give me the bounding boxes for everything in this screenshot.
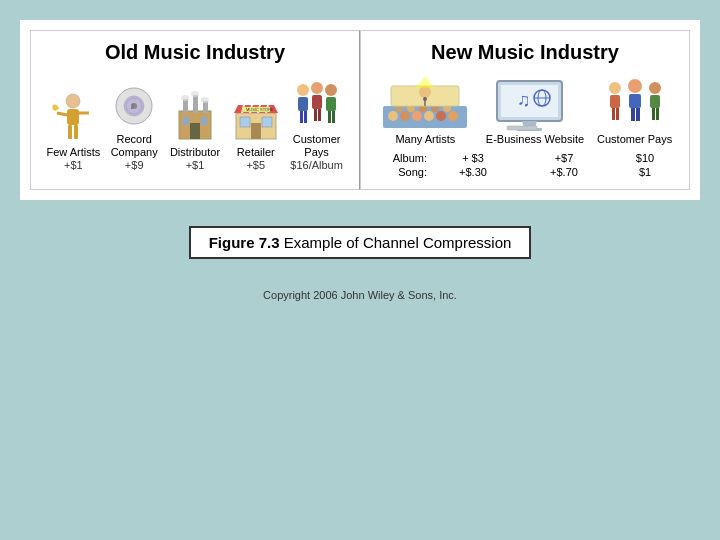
- svg-rect-81: [656, 108, 659, 120]
- svg-rect-34: [300, 111, 303, 123]
- svg-point-20: [201, 97, 209, 103]
- svg-rect-12: [183, 117, 189, 125]
- distributor-value: +$1: [186, 159, 205, 171]
- svg-rect-43: [332, 111, 335, 123]
- svg-point-40: [325, 84, 337, 96]
- caption-text: Example of Channel Compression: [280, 234, 512, 251]
- svg-point-18: [181, 95, 189, 101]
- svg-rect-72: [612, 108, 615, 120]
- few-artists-label: Few Artists: [46, 146, 100, 159]
- retailer-icon: MUSIC STORE: [230, 89, 282, 144]
- svg-rect-42: [328, 111, 331, 123]
- svg-rect-5: [74, 125, 78, 139]
- retailer-value: +$5: [246, 159, 265, 171]
- icon-item-right-customer: Customer Pays: [595, 76, 675, 146]
- svg-marker-58: [415, 76, 435, 88]
- icon-item-few-artists: Few Artists +$1: [44, 89, 102, 171]
- few-artists-value: +$1: [64, 159, 83, 171]
- ebusiness-label: E-Business Website: [486, 133, 584, 146]
- svg-rect-37: [312, 95, 322, 109]
- svg-point-60: [423, 97, 427, 101]
- svg-rect-71: [610, 95, 620, 108]
- svg-rect-73: [616, 108, 619, 120]
- svg-rect-38: [314, 109, 317, 121]
- album-web-price: +$7: [519, 152, 609, 164]
- caption-bold: Figure 7.3: [209, 234, 280, 251]
- main-container: Old Music Industry: [20, 20, 700, 200]
- right-customer-icon: [600, 76, 670, 131]
- album-artists-price: + $3: [433, 152, 513, 164]
- icon-item-distributor: Distributor +$1: [166, 89, 224, 171]
- svg-rect-39: [318, 109, 321, 121]
- left-panel-title: Old Music Industry: [43, 41, 347, 64]
- customer-pays-value: $16/Album: [290, 159, 343, 171]
- svg-point-36: [311, 82, 323, 94]
- svg-rect-15: [183, 99, 188, 113]
- left-panel: Old Music Industry: [30, 30, 360, 190]
- svg-rect-77: [636, 108, 640, 121]
- album-customer-price: $10: [615, 152, 675, 164]
- many-artists-icon: [380, 76, 470, 131]
- song-artists-price: +$.30: [433, 166, 513, 178]
- few-artists-icon: [47, 89, 99, 144]
- right-prices: Album: + $3 +$7 $10 Song: +$.30 +$.70 $1: [373, 152, 677, 178]
- svg-text:♫: ♫: [517, 90, 531, 110]
- icon-item-customer-pays: Customer Pays $16/Album: [288, 76, 346, 171]
- svg-rect-69: [507, 126, 537, 130]
- svg-rect-14: [190, 123, 200, 139]
- distributor-label: Distributor: [170, 146, 220, 159]
- svg-point-50: [448, 111, 458, 121]
- customer-pays-label: Customer Pays: [288, 133, 346, 159]
- icon-item-ebusiness: ♫ E-Business Website: [480, 76, 590, 146]
- right-icons-row: Many Artists ♫: [373, 76, 677, 146]
- song-label: Song:: [377, 166, 427, 178]
- svg-rect-13: [201, 117, 207, 125]
- svg-rect-75: [629, 94, 641, 108]
- svg-point-0: [66, 94, 80, 108]
- many-artists-label: Many Artists: [395, 133, 455, 146]
- record-company-label: Record Company: [105, 133, 163, 159]
- svg-rect-29: [251, 123, 261, 139]
- caption-container: Figure 7.3 Example of Channel Compressio…: [189, 214, 532, 259]
- icon-item-record-company: ♪ Record Company +$9: [105, 76, 163, 171]
- svg-line-2: [57, 113, 67, 115]
- svg-point-49: [436, 111, 446, 121]
- right-customer-pays-label: Customer Pays: [597, 133, 672, 146]
- svg-point-78: [649, 82, 661, 94]
- distributor-icon: [169, 89, 221, 144]
- svg-rect-1: [67, 109, 79, 125]
- svg-text:♪: ♪: [130, 100, 135, 111]
- caption-box: Figure 7.3 Example of Channel Compressio…: [189, 226, 532, 259]
- retailer-label: Retailer: [237, 146, 275, 159]
- album-label: Album:: [377, 152, 427, 164]
- svg-point-48: [424, 111, 434, 121]
- right-panel-title: New Music Industry: [373, 41, 677, 64]
- svg-rect-41: [326, 97, 336, 111]
- svg-rect-28: [262, 117, 272, 127]
- panels: Old Music Industry: [30, 30, 690, 190]
- svg-rect-76: [631, 108, 635, 121]
- icon-item-retailer: MUSIC STORE Retailer +$5: [227, 89, 285, 171]
- record-company-value: +$9: [125, 159, 144, 171]
- svg-rect-33: [298, 97, 308, 111]
- svg-point-47: [412, 111, 422, 121]
- svg-rect-4: [68, 125, 72, 139]
- svg-point-32: [297, 84, 309, 96]
- record-company-icon: ♪: [108, 76, 160, 131]
- svg-rect-80: [652, 108, 655, 120]
- song-customer-price: $1: [615, 166, 675, 178]
- song-web-price: +$.70: [519, 166, 609, 178]
- svg-rect-16: [193, 95, 198, 113]
- icon-item-many-artists: Many Artists: [375, 76, 475, 146]
- svg-rect-27: [240, 117, 250, 127]
- left-icons-row: Few Artists +$1 ♪: [43, 76, 347, 171]
- svg-point-70: [609, 82, 621, 94]
- svg-text:MUSIC STORE: MUSIC STORE: [246, 107, 274, 112]
- svg-point-46: [400, 111, 410, 121]
- svg-rect-35: [304, 111, 307, 123]
- customer-pays-icon: [291, 76, 343, 131]
- svg-point-74: [628, 79, 642, 93]
- svg-rect-79: [650, 95, 660, 108]
- svg-point-19: [191, 91, 199, 97]
- svg-point-45: [388, 111, 398, 121]
